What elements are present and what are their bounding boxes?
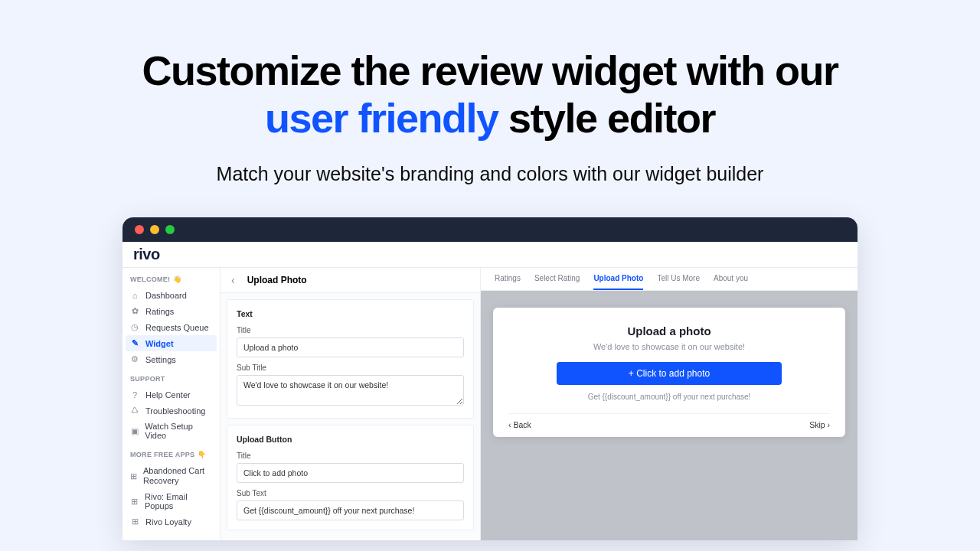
sidebar-item-ratings[interactable]: ✿Ratings xyxy=(122,303,220,319)
sidebar-section-welcome: WELCOME!👋 xyxy=(122,268,220,288)
video-icon: ▣ xyxy=(130,426,139,436)
title-field-label: Title xyxy=(237,326,464,334)
subtitle-textarea[interactable]: We'd love to showcase it on our website! xyxy=(237,375,464,406)
preview-pane: Ratings Select Rating Upload Photo Tell … xyxy=(481,268,858,540)
text-section-label: Text xyxy=(237,309,464,318)
preview-modal-footer: ‹ Back Skip › xyxy=(508,413,830,437)
app-body: WELCOME!👋 ⌂Dashboard ✿Ratings ◷Requests … xyxy=(122,268,858,540)
preview-modal-subtitle: We'd love to showcase it on our website! xyxy=(508,342,830,351)
sidebar-item-widget[interactable]: ✎Widget xyxy=(126,335,217,351)
preview-modal-title: Upload a photo xyxy=(508,324,830,337)
troubleshoot-icon: ♺ xyxy=(130,406,139,416)
app-window: rivo WELCOME!👋 ⌂Dashboard ✿Ratings ◷Requ… xyxy=(122,217,858,540)
modal-back-link[interactable]: ‹ Back xyxy=(508,420,531,429)
upload-button-card: Upload Button Title Sub Text xyxy=(227,425,474,530)
button-subtext-input[interactable] xyxy=(237,500,464,520)
clock-icon: ◷ xyxy=(130,322,139,332)
hero-section: Customize the review widget with our use… xyxy=(0,0,980,185)
title-input[interactable] xyxy=(237,337,464,357)
tab-select-rating[interactable]: Select Rating xyxy=(534,268,580,290)
hero-title-accent: user friendly xyxy=(265,95,498,141)
button-title-field-label: Title xyxy=(237,452,464,460)
home-icon: ⌂ xyxy=(130,291,139,300)
sidebar-item-help-center[interactable]: ?Help Center xyxy=(122,387,220,403)
close-dot-icon[interactable] xyxy=(135,225,144,234)
sidebar-item-requests-queue[interactable]: ◷Requests Queue xyxy=(122,319,220,335)
app-icon: ⊞ xyxy=(130,471,137,481)
editor-page-title: Upload Photo xyxy=(247,275,307,285)
button-title-input[interactable] xyxy=(237,463,464,483)
sidebar-item-troubleshooting[interactable]: ♺Troubleshooting xyxy=(122,403,220,419)
window-titlebar xyxy=(122,217,858,242)
hero-subtitle: Match your website's branding and colors… xyxy=(0,163,980,185)
maximize-dot-icon[interactable] xyxy=(165,225,175,234)
hero-title: Customize the review widget with our use… xyxy=(0,47,980,142)
editor-header: ‹ Upload Photo xyxy=(220,268,480,293)
subtitle-field-label: Sub Title xyxy=(237,364,464,372)
app-icon: ⊞ xyxy=(130,497,139,507)
sidebar-item-abandoned-cart[interactable]: ⊞Abandoned Cart Recovery xyxy=(122,463,220,489)
editor-pane: ‹ Upload Photo Text Title Sub Title We'd… xyxy=(220,268,481,540)
megaphone-icon: ✿ xyxy=(130,306,139,316)
hero-title-post: style editor xyxy=(508,95,715,141)
wave-icon: 👋 xyxy=(173,276,181,283)
sidebar-item-rivo-loyalty[interactable]: ⊞Rivo Loyalty xyxy=(122,514,220,530)
sidebar-item-watch-setup-video[interactable]: ▣Watch Setup Video xyxy=(122,419,220,443)
tab-about-you[interactable]: About you xyxy=(714,268,748,290)
modal-skip-link[interactable]: Skip › xyxy=(809,420,830,429)
text-section-card: Text Title Sub Title We'd love to showca… xyxy=(227,299,474,419)
tab-ratings[interactable]: Ratings xyxy=(495,268,521,290)
sidebar-item-dashboard[interactable]: ⌂Dashboard xyxy=(122,288,220,303)
preview-tabs: Ratings Select Rating Upload Photo Tell … xyxy=(481,268,858,291)
pencil-icon: ✎ xyxy=(130,338,139,348)
back-chevron-icon[interactable]: ‹ xyxy=(231,274,235,286)
tab-upload-photo[interactable]: Upload Photo xyxy=(593,268,643,290)
sidebar: WELCOME!👋 ⌂Dashboard ✿Ratings ◷Requests … xyxy=(122,268,220,540)
preview-body: Upload a photo We'd love to showcase it … xyxy=(481,291,858,437)
sidebar-section-support: SUPPORT xyxy=(122,367,220,387)
preview-modal: Upload a photo We'd love to showcase it … xyxy=(493,308,845,437)
app-logo: rivo xyxy=(133,246,160,263)
upload-button-section-label: Upload Button xyxy=(237,435,464,444)
sidebar-section-more-apps: MORE FREE APPS👇 xyxy=(122,443,220,463)
sidebar-item-email-popups[interactable]: ⊞Rivo: Email Popups xyxy=(122,489,220,514)
minimize-dot-icon[interactable] xyxy=(150,225,159,234)
help-icon: ? xyxy=(130,390,139,399)
hero-title-pre: Customize the review widget with our xyxy=(142,47,838,93)
pointer-icon: 👇 xyxy=(198,451,206,458)
app-topbar: rivo xyxy=(122,242,858,268)
sidebar-item-settings[interactable]: ⚙Settings xyxy=(122,351,220,367)
gear-icon: ⚙ xyxy=(130,354,139,364)
tab-tell-us-more[interactable]: Tell Us More xyxy=(657,268,700,290)
preview-modal-hint: Get {{discount_amount}} off your next pu… xyxy=(508,393,830,401)
add-photo-button[interactable]: + Click to add photo xyxy=(557,362,782,385)
app-icon: ⊞ xyxy=(130,517,139,527)
button-subtext-field-label: Sub Text xyxy=(237,489,464,497)
